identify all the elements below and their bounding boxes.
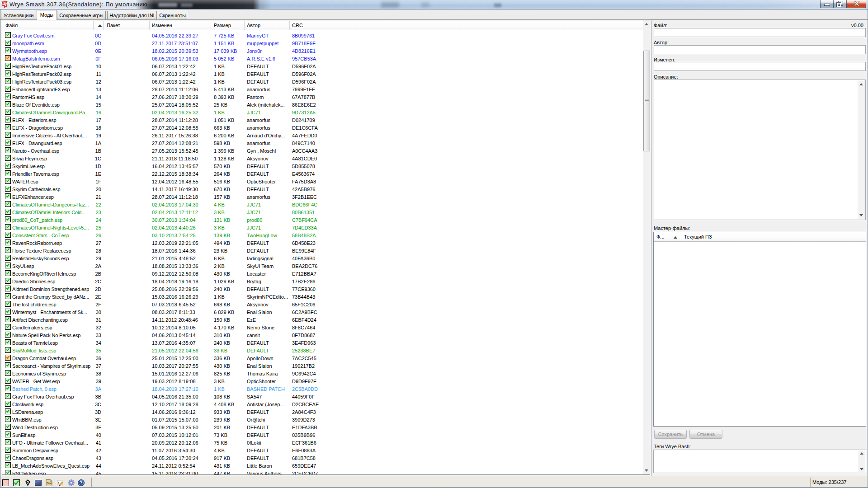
svg-text:Doc: Doc [47,482,52,485]
svg-text:?: ? [80,480,82,485]
